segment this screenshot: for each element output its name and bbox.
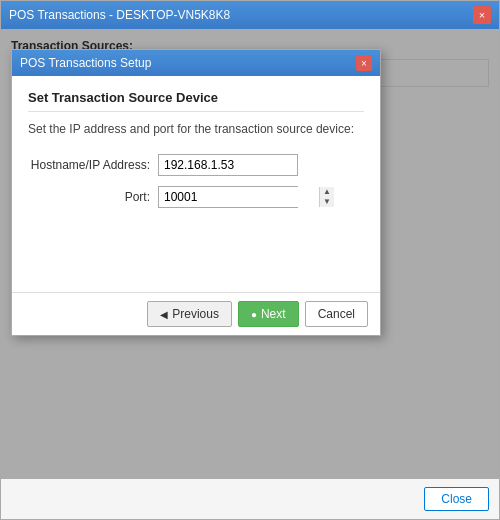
- previous-icon: ◀: [160, 309, 168, 320]
- hostname-input[interactable]: [158, 154, 298, 176]
- inner-dialog-content: Set Transaction Source Device Set the IP…: [12, 76, 380, 292]
- port-input[interactable]: [159, 187, 319, 207]
- inner-section-title: Set Transaction Source Device: [28, 90, 364, 112]
- inner-dialog-title: POS Transactions Setup: [20, 56, 151, 70]
- cancel-label: Cancel: [318, 307, 355, 321]
- hostname-row: Hostname/IP Address:: [28, 154, 364, 176]
- outer-window-title: POS Transactions - DESKTOP-VN5K8K8: [9, 8, 230, 22]
- port-decrement-button[interactable]: ▼: [320, 197, 334, 207]
- port-row: Port: ▲ ▼: [28, 186, 364, 208]
- inner-footer: ◀ Previous ● Next Cancel: [12, 292, 380, 335]
- port-spinner: ▲ ▼: [158, 186, 298, 208]
- port-spinner-buttons: ▲ ▼: [319, 187, 334, 207]
- outer-content: Transaction Sources: Hsyco Hsyco POS Tra…: [1, 29, 499, 479]
- next-label: Next: [261, 307, 286, 321]
- outer-bottom-bar: Close: [1, 479, 499, 519]
- outer-window: POS Transactions - DESKTOP-VN5K8K8 × Tra…: [0, 0, 500, 520]
- inner-description: Set the IP address and port for the tran…: [28, 122, 364, 136]
- next-icon: ●: [251, 309, 257, 320]
- inner-dialog: POS Transactions Setup × Set Transaction…: [11, 49, 381, 336]
- modal-overlay: POS Transactions Setup × Set Transaction…: [1, 29, 499, 479]
- cancel-button[interactable]: Cancel: [305, 301, 368, 327]
- next-button[interactable]: ● Next: [238, 301, 299, 327]
- outer-close-button-bottom[interactable]: Close: [424, 487, 489, 511]
- previous-label: Previous: [172, 307, 219, 321]
- port-increment-button[interactable]: ▲: [320, 187, 334, 197]
- spacer: [28, 218, 364, 278]
- inner-titlebar: POS Transactions Setup ×: [12, 50, 380, 76]
- previous-button[interactable]: ◀ Previous: [147, 301, 232, 327]
- inner-close-button[interactable]: ×: [356, 55, 372, 71]
- outer-close-button[interactable]: ×: [473, 6, 491, 24]
- hostname-label: Hostname/IP Address:: [28, 158, 158, 172]
- port-label: Port:: [28, 190, 158, 204]
- outer-titlebar: POS Transactions - DESKTOP-VN5K8K8 ×: [1, 1, 499, 29]
